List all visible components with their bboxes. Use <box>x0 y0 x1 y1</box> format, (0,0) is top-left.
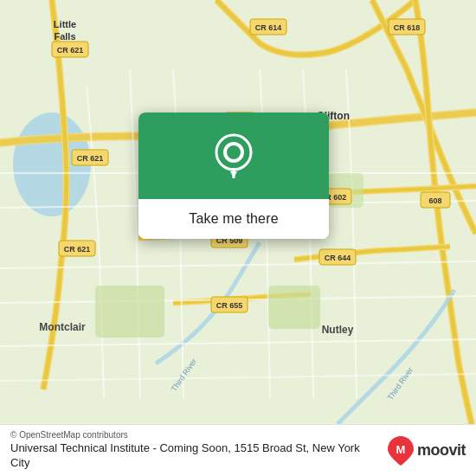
location-name: Universal Technical Institute - Coming S… <box>10 441 379 471</box>
moovit-logo: M moovit <box>388 436 466 466</box>
moovit-text: moovit <box>417 441 466 460</box>
svg-text:CR 655: CR 655 <box>216 301 243 310</box>
popup-green-area <box>138 113 329 199</box>
svg-text:CR 621: CR 621 <box>64 245 91 254</box>
popup-card: Take me there <box>138 113 329 239</box>
svg-text:CR 618: CR 618 <box>394 23 421 32</box>
svg-text:M: M <box>396 443 406 456</box>
map-container: CR 621 CR 614 CR 618 NJ 3 CR 621 CR 621 … <box>0 0 476 424</box>
svg-text:Nutley: Nutley <box>322 324 354 336</box>
svg-text:608: 608 <box>428 196 441 205</box>
take-me-there-button[interactable]: Take me there <box>138 199 329 239</box>
svg-text:CR 621: CR 621 <box>77 154 104 163</box>
svg-text:CR 621: CR 621 <box>57 46 84 55</box>
svg-point-34 <box>216 135 251 170</box>
svg-text:CR 614: CR 614 <box>255 23 282 32</box>
location-pin-icon <box>213 133 254 182</box>
svg-text:Little: Little <box>54 19 76 29</box>
bottom-left: © OpenStreetMap contributors Universal T… <box>10 430 379 471</box>
svg-text:Falls: Falls <box>54 31 75 42</box>
svg-text:Montclair: Montclair <box>39 321 86 333</box>
svg-rect-2 <box>95 286 164 338</box>
bottom-bar: © OpenStreetMap contributors Universal T… <box>0 424 476 476</box>
openstreetmap-credit: © OpenStreetMap contributors <box>10 430 379 440</box>
svg-rect-3 <box>268 286 320 329</box>
svg-marker-36 <box>230 171 237 178</box>
moovit-pin-icon: M <box>388 436 414 466</box>
svg-text:CR 644: CR 644 <box>325 254 351 262</box>
